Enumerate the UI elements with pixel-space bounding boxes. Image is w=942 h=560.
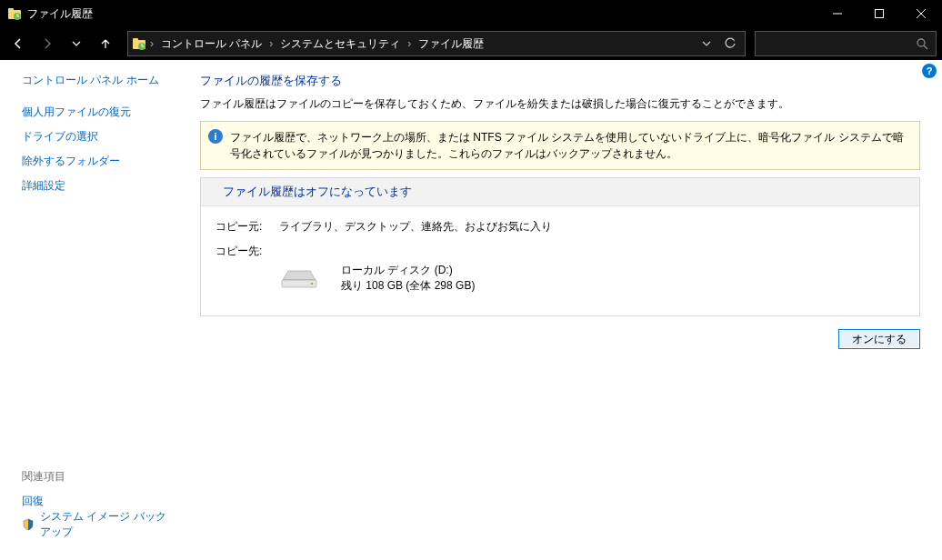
- status-box: ファイル履歴はオフになっています コピー元: ライブラリ、デスクトップ、連絡先、…: [200, 177, 920, 316]
- breadcrumb-root[interactable]: コントロール パネル: [157, 36, 266, 52]
- refresh-button[interactable]: [719, 37, 741, 50]
- copy-to-label: コピー先:: [215, 244, 279, 259]
- close-button[interactable]: [900, 0, 942, 27]
- navigation-bar: › コントロール パネル › システムとセキュリティ › ファイル履歴: [0, 27, 942, 60]
- breadcrumb-category[interactable]: システムとセキュリティ: [276, 36, 404, 52]
- breadcrumb-separator[interactable]: ›: [267, 37, 275, 50]
- svg-line-11: [924, 45, 927, 49]
- app-icon: [7, 6, 22, 21]
- back-button[interactable]: [5, 31, 31, 56]
- svg-rect-8: [133, 38, 138, 42]
- svg-rect-4: [876, 10, 884, 18]
- control-panel-home-link[interactable]: コントロール パネル ホーム: [22, 73, 171, 88]
- maximize-button[interactable]: [858, 0, 900, 27]
- related-system-image-label: システム イメージ バックアップ: [40, 509, 171, 540]
- shield-icon: [22, 518, 35, 531]
- address-dropdown-button[interactable]: [696, 39, 717, 48]
- page-heading: ファイルの履歴を保存する: [200, 73, 920, 89]
- forward-button[interactable]: [35, 31, 60, 56]
- window-title: ファイル履歴: [27, 6, 93, 22]
- svg-point-13: [311, 283, 313, 285]
- related-items-header: 関連項目: [22, 469, 171, 485]
- search-box[interactable]: [755, 31, 937, 56]
- content-area: ? コントロール パネル ホーム 個人用ファイルの復元 ドライブの選択 除外する…: [0, 60, 942, 560]
- address-bar[interactable]: › コントロール パネル › システムとセキュリティ › ファイル履歴: [127, 31, 746, 56]
- search-icon: [916, 37, 928, 50]
- sidebar-advanced-link[interactable]: 詳細設定: [22, 178, 171, 194]
- main-panel: ファイルの履歴を保存する ファイル履歴はファイルのコピーを保存しておくため、ファ…: [182, 60, 942, 560]
- destination-name: ローカル ディスク (D:): [341, 263, 475, 278]
- drive-icon: [279, 265, 319, 291]
- info-notice: i ファイル履歴で、ネットワーク上の場所、または NTFS ファイル システムを…: [200, 121, 920, 170]
- status-header: ファイル履歴はオフになっています: [201, 178, 919, 206]
- copy-from-value: ライブラリ、デスクトップ、連絡先、およびお気に入り: [279, 219, 552, 235]
- svg-point-10: [917, 39, 925, 46]
- sidebar-exclude-folders-link[interactable]: 除外するフォルダー: [22, 154, 171, 169]
- minimize-button[interactable]: [817, 0, 858, 27]
- related-system-image-backup-link[interactable]: システム イメージ バックアップ: [22, 509, 171, 540]
- breadcrumb-separator[interactable]: ›: [148, 37, 155, 50]
- info-icon: i: [208, 129, 223, 144]
- info-notice-text: ファイル履歴で、ネットワーク上の場所、または NTFS ファイル システムを使用…: [230, 131, 904, 160]
- breadcrumb-page[interactable]: ファイル履歴: [415, 36, 487, 52]
- address-icon: [132, 36, 146, 51]
- up-button[interactable]: [93, 31, 118, 56]
- file-history-window: ファイル履歴 › コントロール パネル › システムとセキュリティ › ファイル…: [0, 0, 942, 560]
- turn-on-button[interactable]: オンにする: [838, 329, 920, 349]
- breadcrumb-separator[interactable]: ›: [406, 37, 413, 50]
- sidebar-restore-link[interactable]: 個人用ファイルの復元: [22, 105, 171, 120]
- copy-from-label: コピー元:: [215, 219, 279, 235]
- sidebar: コントロール パネル ホーム 個人用ファイルの復元 ドライブの選択 除外するフォ…: [0, 60, 182, 560]
- related-recovery-link[interactable]: 回復: [22, 495, 44, 507]
- sidebar-select-drive-link[interactable]: ドライブの選択: [22, 129, 171, 145]
- destination-space: 残り 108 GB (全体 298 GB): [341, 278, 475, 294]
- titlebar: ファイル履歴: [0, 0, 942, 27]
- svg-rect-1: [8, 8, 14, 12]
- recent-locations-button[interactable]: [64, 31, 89, 56]
- page-description: ファイル履歴はファイルのコピーを保存しておくため、ファイルを紛失または破損した場…: [200, 96, 920, 112]
